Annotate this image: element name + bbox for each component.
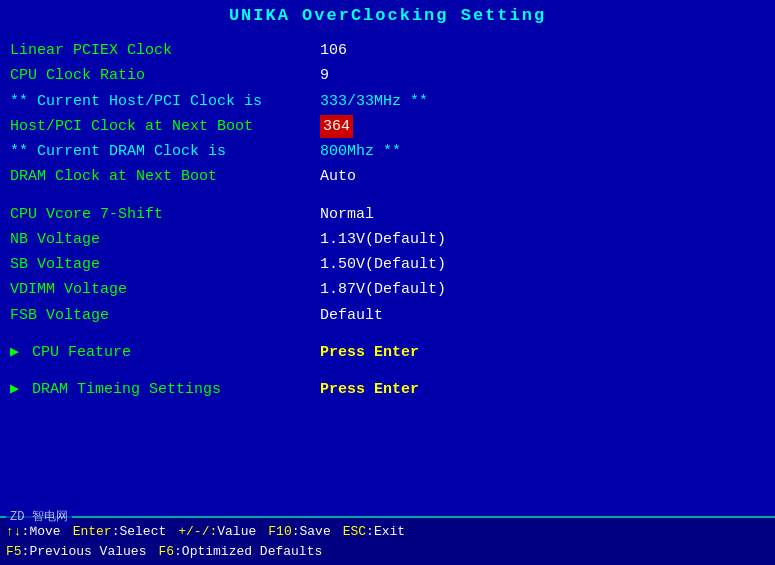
footer-value: +/-/:Value [178,522,256,542]
host-pci-next-boot-label: Host/PCI Clock at Next Boot [10,115,320,138]
dram-timeing-label: ▶ DRAM Timeing Settings [10,378,320,401]
nb-voltage-row[interactable]: NB Voltage 1.13V(Default) [10,228,765,251]
current-dram-label: ** Current DRAM Clock is [10,140,320,163]
cpu-clock-ratio-value: 9 [320,64,329,87]
linear-pciex-value: 106 [320,39,347,62]
dram-next-boot-row[interactable]: DRAM Clock at Next Boot Auto [10,165,765,188]
cpu-vcore-label: CPU Vcore 7-Shift [10,203,320,226]
footer-f10: F10:Save [268,522,330,542]
footer-esc: ESC:Exit [343,522,405,542]
bios-screen: UNIKA OverClocking Setting Linear PCIEX … [0,0,775,565]
watermark: ZD 智电网 [6,506,72,527]
cpu-feature-label: ▶ CPU Feature [10,341,320,364]
current-dram-row: ** Current DRAM Clock is 800Mhz ** [10,140,765,163]
host-pci-next-boot-row[interactable]: Host/PCI Clock at Next Boot 364 [10,115,765,138]
cpu-vcore-value: Normal [320,203,374,226]
footer-row-2: F5:Previous Values F6:Optimized Defaults [6,542,769,562]
dram-timeing-row[interactable]: ▶ DRAM Timeing Settings Press Enter [10,378,765,401]
current-host-pci-label: ** Current Host/PCI Clock is [10,90,320,113]
current-dram-value: 800Mhz ** [320,140,401,163]
dram-timeing-value: Press Enter [320,378,419,401]
footer-row-1: ↑↓:Move Enter:Select +/-/:Value F10:Save… [6,522,769,542]
linear-pciex-label: Linear PCIEX Clock [10,39,320,62]
fsb-voltage-label: FSB Voltage [10,304,320,327]
content-area: Linear PCIEX Clock 106 CPU Clock Ratio 9… [0,31,775,516]
nb-voltage-label: NB Voltage [10,228,320,251]
dram-next-boot-value: Auto [320,165,356,188]
current-host-pci-row: ** Current Host/PCI Clock is 333/33MHz *… [10,90,765,113]
footer-enter: Enter:Select [73,522,167,542]
footer-f6: F6:Optimized Defaults [158,542,322,562]
cpu-vcore-row[interactable]: CPU Vcore 7-Shift Normal [10,203,765,226]
vdimm-voltage-row[interactable]: VDIMM Voltage 1.87V(Default) [10,278,765,301]
sb-voltage-row[interactable]: SB Voltage 1.50V(Default) [10,253,765,276]
footer-f5: F5:Previous Values [6,542,146,562]
linear-pciex-row[interactable]: Linear PCIEX Clock 106 [10,39,765,62]
cpu-feature-value: Press Enter [320,341,419,364]
vdimm-voltage-value: 1.87V(Default) [320,278,446,301]
dram-next-boot-label: DRAM Clock at Next Boot [10,165,320,188]
sb-voltage-label: SB Voltage [10,253,320,276]
nb-voltage-value: 1.13V(Default) [320,228,446,251]
sb-voltage-value: 1.50V(Default) [320,253,446,276]
host-pci-next-boot-value: 364 [320,115,353,138]
current-host-pci-value: 333/33MHz ** [320,90,428,113]
cpu-clock-ratio-row[interactable]: CPU Clock Ratio 9 [10,64,765,87]
fsb-voltage-value: Default [320,304,383,327]
cpu-clock-ratio-label: CPU Clock Ratio [10,64,320,87]
footer: ↑↓:Move Enter:Select +/-/:Value F10:Save… [0,516,775,565]
title-bar: UNIKA OverClocking Setting [0,0,775,31]
vdimm-voltage-label: VDIMM Voltage [10,278,320,301]
title-text: UNIKA OverClocking Setting [229,6,546,25]
cpu-feature-row[interactable]: ▶ CPU Feature Press Enter [10,341,765,364]
fsb-voltage-row[interactable]: FSB Voltage Default [10,304,765,327]
